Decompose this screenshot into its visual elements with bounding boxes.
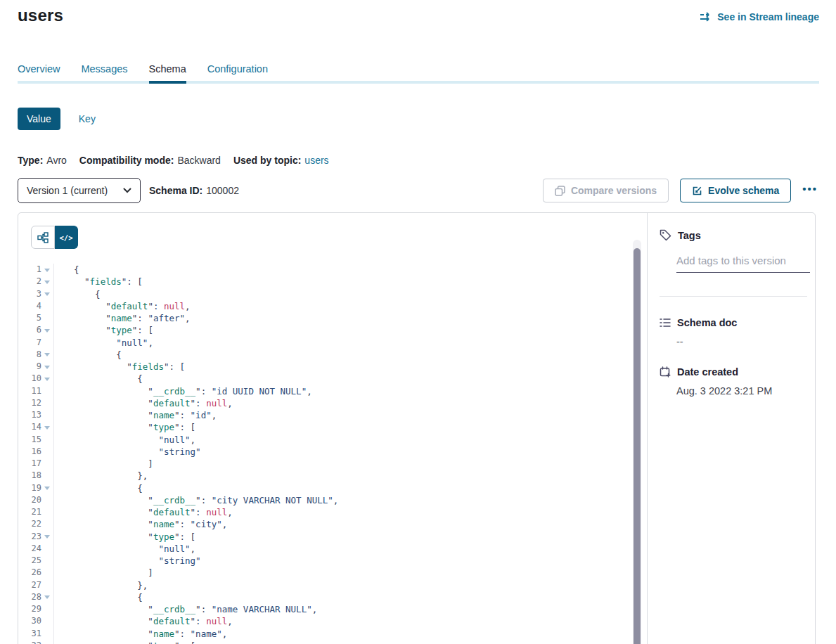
code-line: 21 "default": null, — [18, 506, 630, 518]
code-text: { — [54, 264, 79, 276]
value-key-toggle: Value Key — [18, 108, 96, 130]
code-line: 25 "string" — [18, 555, 630, 567]
page-title: users — [18, 6, 63, 25]
line-gutter: 22 — [18, 518, 54, 530]
code-line: 32 "type": [ — [18, 640, 630, 644]
code-text: { — [54, 288, 101, 300]
code-line: 24 "null", — [18, 543, 630, 555]
fold-toggle-icon[interactable] — [44, 366, 50, 369]
line-number: 13 — [18, 409, 41, 421]
tab-messages[interactable]: Messages — [81, 63, 127, 84]
code-line: 19 { — [18, 482, 630, 494]
schema-meta: Type: Avro Compatibility mode: Backward … — [18, 155, 329, 166]
type-label: Type: — [18, 155, 43, 166]
code-line: 4 "default": null, — [18, 300, 630, 312]
code-text: "name": "id", — [54, 409, 217, 421]
compare-versions-button[interactable]: Compare versions — [543, 179, 669, 202]
line-gutter: 15 — [18, 434, 54, 446]
line-number: 24 — [18, 543, 41, 555]
schema-actions: Compare versions Evolve schema ••• — [543, 179, 819, 202]
line-gutter: 18 — [18, 470, 54, 482]
stream-lineage-label: See in Stream lineage — [717, 11, 819, 22]
fold-toggle-icon[interactable] — [44, 281, 50, 284]
line-number: 8 — [18, 349, 41, 361]
list-icon — [660, 318, 671, 328]
line-gutter: 28 — [18, 591, 54, 603]
code-line: 3 { — [18, 288, 630, 300]
code-text: { — [54, 373, 143, 385]
code-text: }, — [54, 579, 148, 591]
version-select[interactable]: Version 1 (current) — [18, 178, 141, 203]
fold-toggle-icon[interactable] — [44, 535, 50, 539]
evolve-schema-button[interactable]: Evolve schema — [680, 179, 791, 202]
code-view-icon: </> — [60, 233, 73, 242]
more-actions-button[interactable]: ••• — [802, 183, 819, 199]
line-gutter: 32 — [18, 640, 54, 644]
fold-toggle-icon[interactable] — [44, 378, 50, 381]
code-text: "type": [ — [54, 531, 195, 543]
line-number: 7 — [18, 337, 41, 349]
code-text: "__crdb__": "city VARCHAR NOT NULL", — [54, 494, 338, 506]
line-number: 6 — [18, 324, 41, 336]
code-line: 28 { — [18, 591, 630, 603]
line-number: 19 — [18, 482, 41, 494]
code-text: "fields": [ — [54, 361, 185, 373]
key-tab-link[interactable]: Key — [79, 113, 96, 124]
line-gutter: 7 — [18, 337, 54, 349]
line-number: 28 — [18, 591, 41, 603]
code-line: 8 { — [18, 349, 630, 361]
fold-slot — [41, 352, 53, 356]
line-number: 30 — [18, 615, 41, 627]
line-number: 10 — [18, 373, 41, 385]
compare-versions-label: Compare versions — [571, 185, 657, 196]
line-gutter: 21 — [18, 506, 54, 518]
type-value: Avro — [46, 155, 67, 166]
stream-lineage-link[interactable]: See in Stream lineage — [700, 11, 819, 22]
line-gutter: 12 — [18, 397, 54, 409]
fold-toggle-icon[interactable] — [44, 292, 50, 296]
tab-schema[interactable]: Schema — [149, 63, 186, 84]
code-text: ] — [54, 567, 153, 579]
code-text: ] — [54, 458, 153, 470]
fold-toggle-icon[interactable] — [44, 487, 50, 490]
add-tags-input[interactable] — [676, 255, 810, 273]
line-gutter: 17 — [18, 458, 54, 470]
fold-toggle-icon[interactable] — [44, 329, 50, 333]
line-gutter: 4 — [18, 300, 54, 312]
line-gutter: 5 — [18, 312, 54, 324]
editor-scrollbar-thumb[interactable] — [634, 248, 641, 644]
line-number: 4 — [18, 300, 41, 312]
tree-view-button[interactable] — [31, 226, 55, 249]
code-text: "name": "city", — [54, 518, 227, 530]
version-select-value: Version 1 (current) — [27, 185, 108, 196]
tab-configuration[interactable]: Configuration — [207, 63, 268, 84]
schema-id-value: 100002 — [206, 185, 239, 196]
tab-overview[interactable]: Overview — [18, 63, 60, 84]
line-gutter: 26 — [18, 567, 54, 579]
code-line: 14 "type": [ — [18, 421, 630, 433]
line-number: 5 — [18, 312, 41, 324]
fold-toggle-icon[interactable] — [44, 426, 50, 430]
line-number: 1 — [18, 264, 41, 276]
used-by-topic-link[interactable]: users — [304, 155, 328, 166]
fold-toggle-icon[interactable] — [44, 269, 50, 272]
line-number: 31 — [18, 628, 41, 640]
value-tab-button[interactable]: Value — [18, 108, 60, 130]
code-view-button[interactable]: </> — [55, 226, 78, 249]
fold-toggle-icon[interactable] — [44, 353, 50, 356]
tags-title: Tags — [678, 230, 701, 241]
fold-toggle-icon[interactable] — [44, 595, 50, 599]
line-number: 22 — [18, 518, 41, 530]
line-gutter: 3 — [18, 288, 54, 300]
line-gutter: 27 — [18, 579, 54, 591]
code-line: 27 }, — [18, 579, 630, 591]
code-text: "__crdb__": "id UUID NOT NULL", — [54, 385, 312, 397]
line-number: 25 — [18, 555, 41, 567]
code-line: 23 "type": [ — [18, 531, 630, 543]
line-gutter: 10 — [18, 373, 54, 385]
code-line: 26 ] — [18, 567, 630, 579]
code-line: 1{ — [18, 264, 630, 276]
code-text: "type": [ — [54, 421, 195, 433]
code-line: 31 "name": "name", — [18, 628, 630, 640]
line-gutter: 30 — [18, 615, 54, 627]
